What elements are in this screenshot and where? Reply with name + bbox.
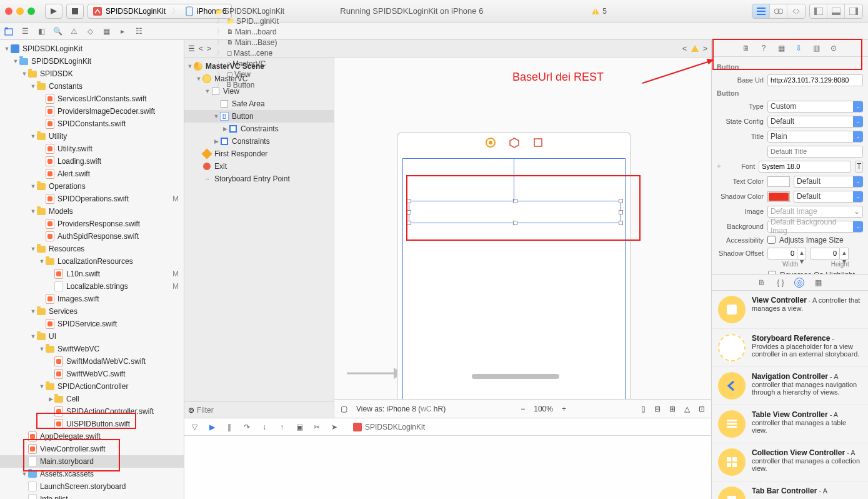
identity-inspector-icon[interactable]: ▦	[776, 43, 786, 53]
next-issue-icon[interactable]: >	[703, 44, 707, 53]
connections-inspector-icon[interactable]: ⊙	[829, 43, 839, 53]
file-row[interactable]: ▼SPIDActionController	[0, 380, 184, 393]
image-select[interactable]: Default Image⌄	[767, 206, 863, 218]
library-list[interactable]: View Controller - A controller that mana…	[712, 291, 868, 499]
file-row[interactable]: LaunchScreen.storyboard	[0, 480, 184, 493]
file-row[interactable]: SPIDActionController.swift	[0, 405, 184, 418]
bgimage-select[interactable]: Default Background Imag⌄	[767, 221, 863, 233]
file-row[interactable]: AuthSpidResponse.swift	[0, 230, 184, 243]
state-select[interactable]: Default⌄	[767, 116, 863, 128]
outline-entry[interactable]: →Storyboard Entry Point	[184, 173, 334, 185]
back-icon[interactable]: <	[199, 44, 203, 53]
location-icon[interactable]: ➤	[329, 422, 339, 432]
file-row[interactable]: L10n.swiftM	[0, 268, 184, 280]
outline-safearea[interactable]: Safe Area	[184, 98, 334, 110]
file-tree[interactable]: ▼SPIDSDKLoginKit▼SPIDSDKLoginKit▼SPIDSDK…	[0, 40, 184, 499]
test-navigator-icon[interactable]: ◇	[85, 26, 95, 36]
run-button[interactable]	[45, 4, 62, 19]
stack-icon[interactable]: ▯	[641, 405, 646, 413]
outline-tree[interactable]: ▼MasterVC Scene ▼MasterVC ▼View Safe Are…	[184, 58, 334, 401]
file-row[interactable]: Info.plist	[0, 493, 184, 499]
file-row[interactable]: Localizable.stringsM	[0, 280, 184, 293]
file-row[interactable]: AppDelegate.swift	[0, 430, 184, 443]
file-row[interactable]: ▼Assets.xcassets	[0, 468, 184, 480]
library-item[interactable]: Navigation Controller - A controller tha…	[712, 367, 868, 405]
selected-button[interactable]	[409, 201, 621, 223]
shadowcolor-select[interactable]: Default⌄	[794, 191, 863, 203]
left-panel-icon[interactable]	[810, 4, 827, 18]
source-control-icon[interactable]: ☰	[20, 26, 30, 36]
zoom-out-icon[interactable]: −	[521, 405, 525, 413]
minimize-window[interactable]	[16, 8, 24, 15]
textcolor-select[interactable]: Default⌄	[794, 176, 863, 188]
file-row[interactable]: ▶Cell	[0, 393, 184, 405]
adjusts-image-checkbox[interactable]	[767, 236, 776, 244]
resolve-icon[interactable]: △	[684, 405, 690, 413]
pause-icon[interactable]: ‖	[224, 422, 234, 432]
code-snippet-icon[interactable]: { }	[776, 278, 786, 288]
file-row[interactable]: ▼LocalizationResources	[0, 255, 184, 268]
file-row[interactable]: ▼Operations	[0, 180, 184, 193]
related-items-icon[interactable]: ☰	[188, 44, 195, 53]
symbol-navigator-icon[interactable]: ◧	[36, 26, 46, 36]
zoom-level[interactable]: 100%	[534, 405, 553, 413]
file-row[interactable]: Alert.swift	[0, 168, 184, 180]
jumpbar-warning-icon[interactable]	[691, 44, 699, 53]
bottom-panel-icon[interactable]	[827, 4, 845, 18]
align-icon[interactable]: ⊟	[654, 405, 661, 413]
library-item[interactable]: Storyboard Reference - Provides a placeh…	[712, 329, 868, 367]
attributes-inspector-icon[interactable]: ⇩	[794, 43, 804, 53]
outline-constraints-inner[interactable]: ▶Constraints	[184, 123, 334, 135]
textcolor-well[interactable]	[767, 176, 790, 187]
right-panel-icon[interactable]	[845, 4, 862, 18]
title-input[interactable]	[767, 146, 863, 158]
breakpoints-toggle-icon[interactable]: ▶	[207, 422, 217, 432]
help-inspector-icon[interactable]: ?	[759, 43, 769, 53]
scheme-selector[interactable]: SPIDSDKLoginKit 〉 iPhone 6	[87, 4, 232, 19]
assistant-editor-icon[interactable]	[770, 4, 787, 18]
file-row[interactable]: ▼Models	[0, 205, 184, 218]
panel-toggle-segment[interactable]	[809, 4, 863, 19]
file-row[interactable]: Loading.swift	[0, 155, 184, 168]
file-row[interactable]: Images.swift	[0, 293, 184, 305]
font-picker-icon[interactable]: T	[855, 161, 863, 173]
version-editor-icon[interactable]	[787, 4, 805, 18]
media-library-icon[interactable]: ▦	[813, 278, 823, 288]
step-out-icon[interactable]: ↑	[277, 422, 287, 432]
file-row[interactable]: ▼SPIDSDKLoginKit	[0, 43, 184, 55]
font-input[interactable]	[759, 161, 851, 173]
jumpbar-crumb[interactable]: 〉◻Mast...cene	[215, 48, 284, 58]
device-frame[interactable]	[397, 133, 631, 399]
breakpoint-navigator-icon[interactable]: ▸	[117, 26, 127, 36]
object-library-icon[interactable]: ◎	[794, 278, 804, 288]
jumpbar-crumb[interactable]: 〉🗎Main...Base)	[215, 37, 284, 48]
stop-button[interactable]	[66, 4, 84, 19]
outline-scene[interactable]: ▼MasterVC Scene	[184, 60, 334, 73]
file-row[interactable]: ▼Utility	[0, 130, 184, 143]
prev-issue-icon[interactable]: <	[682, 44, 687, 53]
outline-view[interactable]: ▼View	[184, 85, 334, 98]
outline-first-responder[interactable]: First Responder	[184, 148, 334, 160]
zoom-in-icon[interactable]: +	[562, 405, 566, 413]
zoom-window[interactable]	[27, 8, 35, 15]
library-item[interactable]: View Controller - A controller that mana…	[712, 291, 868, 329]
file-row[interactable]: ▼Services	[0, 305, 184, 318]
file-inspector-icon[interactable]: 🗎	[741, 43, 751, 53]
type-select[interactable]: Custom⌄	[767, 101, 863, 113]
editor-mode-segment[interactable]	[752, 4, 806, 19]
file-row[interactable]: SPIDService.swift	[0, 318, 184, 330]
debug-navigator-icon[interactable]: ▦	[101, 26, 111, 36]
file-row[interactable]: SPIDOperations.swiftM	[0, 193, 184, 205]
outline-filter-input[interactable]	[197, 406, 330, 415]
add-attr-icon[interactable]: +	[717, 162, 724, 171]
library-item[interactable]: Table View Controller - A controller tha…	[712, 405, 868, 443]
outline-button[interactable]: ▼BButton	[184, 110, 334, 123]
file-row[interactable]: SPIDConstants.swift	[0, 118, 184, 130]
file-row[interactable]: ▼SPIDSDKLoginKit	[0, 55, 184, 68]
view-debug-icon[interactable]: ▣	[294, 422, 304, 432]
issues-badge[interactable]: ! 5	[591, 7, 607, 16]
report-navigator-icon[interactable]: ☷	[134, 26, 144, 36]
pin-icon[interactable]: ⊞	[669, 405, 676, 413]
file-row[interactable]: ▼SPIDSDK	[0, 68, 184, 80]
outline-exit[interactable]: Exit	[184, 160, 334, 173]
